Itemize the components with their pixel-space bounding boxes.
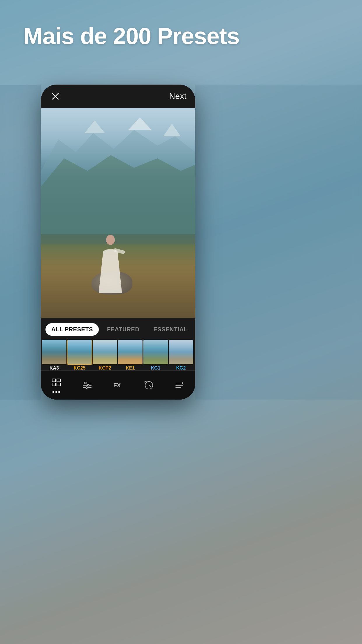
svg-rect-7 xyxy=(52,379,56,382)
toolbar-history[interactable] xyxy=(140,378,158,393)
phone-mockup: Next xyxy=(41,85,195,400)
svg-marker-4 xyxy=(163,124,181,136)
close-button[interactable] xyxy=(50,90,61,102)
preset-thumb-kcp2[interactable]: KCP2 xyxy=(93,340,117,372)
toolbar-dots xyxy=(52,391,60,393)
svg-marker-5 xyxy=(85,120,105,133)
fx-icon: FX xyxy=(113,380,123,391)
side-panel-left xyxy=(0,85,41,400)
person-figure xyxy=(96,235,125,293)
presets-panel: ALL PRESETS FEATURED ESSENTIAL POPU KA3 … xyxy=(41,318,195,400)
preset-thumb-img-kg2 xyxy=(169,340,193,364)
close-icon xyxy=(51,92,59,100)
side-panel-right xyxy=(195,85,362,400)
tab-all-presets[interactable]: ALL PRESETS xyxy=(45,323,99,336)
preset-thumb-kg2[interactable]: KG2 xyxy=(169,340,193,372)
preset-thumb-kc25[interactable]: KC25 xyxy=(67,340,92,372)
person-head xyxy=(106,235,115,245)
preset-thumb-img-kg1 xyxy=(143,340,168,364)
svg-text:FX: FX xyxy=(113,382,121,388)
preset-thumb-img-ke1 xyxy=(118,340,143,364)
preset-thumb-img-ka3 xyxy=(42,340,66,364)
svg-rect-10 xyxy=(57,383,60,386)
page-title: Mais de 200 Presets xyxy=(23,23,339,49)
svg-rect-9 xyxy=(52,383,56,386)
history-icon xyxy=(144,380,154,391)
svg-point-16 xyxy=(86,387,87,388)
preset-thumb-ke1[interactable]: KE1 xyxy=(118,340,143,372)
svg-marker-6 xyxy=(41,155,195,234)
favorites-icon xyxy=(175,380,185,391)
toolbar-adjust[interactable] xyxy=(78,378,96,393)
preset-thumb-img-kc25 xyxy=(67,340,92,364)
preset-thumbnails-row: KA3 KC25 KCP2 KE1 xyxy=(41,340,195,372)
grid-icon xyxy=(51,378,61,388)
sliders-icon xyxy=(82,380,92,391)
next-button[interactable]: Next xyxy=(169,92,187,101)
mountain-shapes xyxy=(41,108,195,234)
preset-thumb-ka3[interactable]: KA3 xyxy=(42,340,66,372)
phone-topbar: Next xyxy=(41,85,195,108)
toolbar-favorites[interactable] xyxy=(171,378,189,393)
bottom-toolbar: FX xyxy=(41,370,195,400)
toolbar-fx[interactable]: FX xyxy=(109,378,127,393)
preset-tabs-bar: ALL PRESETS FEATURED ESSENTIAL POPU xyxy=(41,318,195,340)
svg-point-14 xyxy=(85,382,86,384)
title-section: Mais de 200 Presets xyxy=(23,23,339,49)
person-dress xyxy=(99,249,122,293)
svg-rect-8 xyxy=(57,379,60,382)
preset-thumb-kg1[interactable]: KG1 xyxy=(143,340,168,372)
svg-point-15 xyxy=(87,384,89,386)
tab-essential[interactable]: ESSENTIAL xyxy=(147,323,193,336)
photo-area xyxy=(41,108,195,318)
tab-featured[interactable]: FEATURED xyxy=(101,323,145,336)
svg-marker-3 xyxy=(128,117,152,130)
preset-thumb-img-kcp2 xyxy=(93,340,117,364)
toolbar-presets[interactable] xyxy=(48,375,65,395)
